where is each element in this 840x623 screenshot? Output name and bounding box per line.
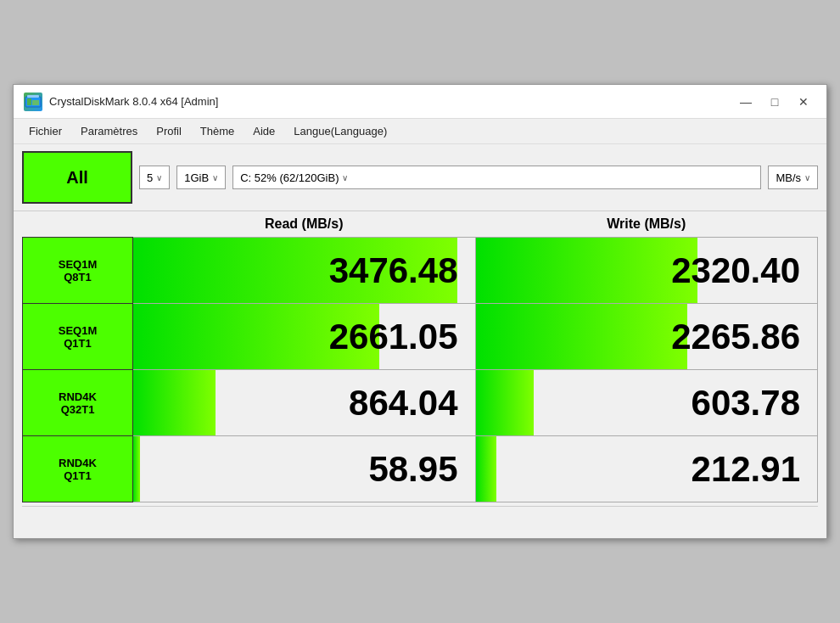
size-arrow: ∨ bbox=[212, 173, 218, 182]
read-cell-2: 864.04 bbox=[133, 370, 476, 436]
menu-bar: Fichier Paramètres Profil Thème Aide Lan… bbox=[14, 119, 826, 144]
col-header-label bbox=[23, 211, 133, 238]
close-button[interactable]: ✕ bbox=[791, 92, 816, 112]
read-value-3: 58.95 bbox=[368, 449, 457, 489]
row-label-0: SEQ1MQ8T1 bbox=[23, 238, 133, 304]
size-dropdown[interactable]: 1GiB ∨ bbox=[176, 166, 226, 189]
write-value-2: 603.78 bbox=[692, 383, 800, 423]
col-header-write: Write (MB/s) bbox=[475, 211, 818, 238]
write-cell-2: 603.78 bbox=[475, 370, 818, 436]
table-row: SEQ1MQ8T1 3476.48 2320.40 bbox=[23, 238, 818, 304]
count-value: 5 bbox=[147, 171, 153, 184]
title-bar-left: CrystalDiskMark 8.0.4 x64 [Admin] bbox=[24, 93, 218, 111]
write-bar-3 bbox=[476, 436, 496, 502]
drive-arrow: ∨ bbox=[342, 173, 348, 182]
table-row: RND4KQ32T1 864.04 603.78 bbox=[23, 370, 818, 436]
read-bar-3 bbox=[133, 436, 140, 502]
row-label-1: SEQ1MQ1T1 bbox=[23, 304, 133, 370]
read-cell-1: 2661.05 bbox=[133, 304, 476, 370]
svg-rect-2 bbox=[32, 100, 39, 105]
read-value-1: 2661.05 bbox=[329, 317, 458, 356]
drive-value: C: 52% (62/120GiB) bbox=[240, 171, 339, 184]
results-table: Read (MB/s) Write (MB/s) SEQ1MQ8T1 3476.… bbox=[22, 211, 818, 502]
unit-value: MB/s bbox=[776, 171, 801, 184]
read-value-0: 3476.48 bbox=[329, 250, 458, 290]
main-content: Read (MB/s) Write (MB/s) SEQ1MQ8T1 3476.… bbox=[14, 211, 826, 538]
row-label-2: RND4KQ32T1 bbox=[23, 370, 133, 436]
write-cell-1: 2265.86 bbox=[475, 304, 818, 370]
title-controls: — □ ✕ bbox=[733, 92, 816, 112]
write-value-0: 2320.40 bbox=[671, 250, 800, 290]
table-row: SEQ1MQ1T1 2661.05 2265.86 bbox=[23, 304, 818, 370]
count-dropdown[interactable]: 5 ∨ bbox=[139, 166, 170, 189]
main-window: CrystalDiskMark 8.0.4 x64 [Admin] — □ ✕ … bbox=[13, 84, 827, 539]
unit-dropdown[interactable]: MB/s ∨ bbox=[768, 166, 818, 189]
unit-arrow: ∨ bbox=[804, 173, 810, 182]
write-cell-0: 2320.40 bbox=[475, 238, 818, 304]
write-bar-0 bbox=[476, 238, 698, 303]
size-value: 1GiB bbox=[184, 171, 209, 184]
app-icon bbox=[24, 93, 42, 111]
row-label-3: RND4KQ1T1 bbox=[23, 436, 133, 502]
read-cell-3: 58.95 bbox=[133, 436, 476, 502]
status-bar bbox=[22, 506, 818, 530]
menu-parametres[interactable]: Paramètres bbox=[72, 122, 146, 140]
svg-rect-1 bbox=[27, 98, 31, 105]
read-cell-0: 3476.48 bbox=[133, 238, 476, 304]
toolbar: All 5 ∨ 1GiB ∨ C: 52% (62/120GiB) ∨ MB/s… bbox=[14, 144, 826, 211]
read-bar-2 bbox=[133, 370, 216, 435]
menu-theme[interactable]: Thème bbox=[192, 122, 243, 140]
read-value-2: 864.04 bbox=[349, 383, 457, 423]
write-value-3: 212.91 bbox=[692, 449, 800, 489]
svg-rect-3 bbox=[27, 95, 39, 98]
menu-langue[interactable]: Langue(Language) bbox=[285, 122, 395, 140]
menu-fichier[interactable]: Fichier bbox=[20, 122, 70, 140]
drive-dropdown[interactable]: C: 52% (62/120GiB) ∨ bbox=[232, 166, 761, 189]
table-row: RND4KQ1T1 58.95 212.91 bbox=[23, 436, 818, 502]
window-title: CrystalDiskMark 8.0.4 x64 [Admin] bbox=[49, 95, 218, 108]
minimize-button[interactable]: — bbox=[733, 92, 759, 112]
write-bar-2 bbox=[476, 370, 534, 435]
count-arrow: ∨ bbox=[156, 173, 162, 182]
title-bar: CrystalDiskMark 8.0.4 x64 [Admin] — □ ✕ bbox=[14, 85, 826, 119]
col-header-read: Read (MB/s) bbox=[133, 211, 476, 238]
all-button[interactable]: All bbox=[22, 151, 132, 204]
write-cell-3: 212.91 bbox=[475, 436, 818, 502]
write-bar-1 bbox=[476, 304, 688, 369]
maximize-button[interactable]: □ bbox=[762, 92, 787, 112]
menu-profil[interactable]: Profil bbox=[148, 122, 190, 140]
menu-aide[interactable]: Aide bbox=[244, 122, 283, 140]
write-value-1: 2265.86 bbox=[671, 317, 800, 356]
